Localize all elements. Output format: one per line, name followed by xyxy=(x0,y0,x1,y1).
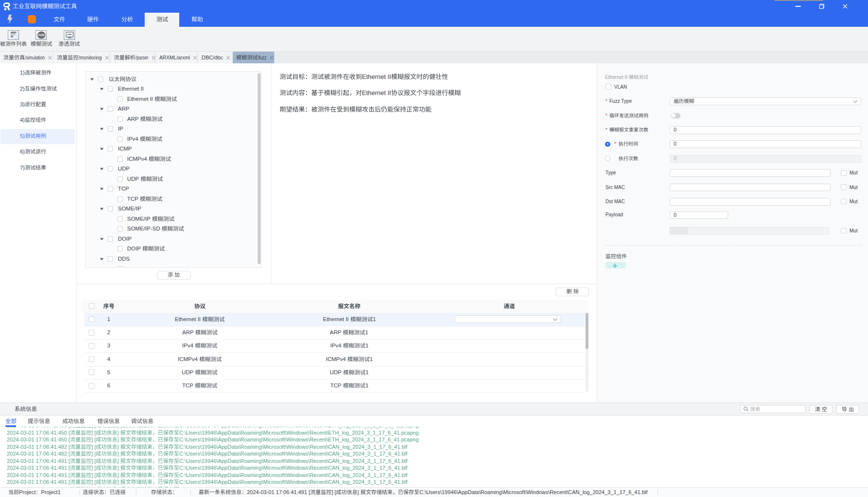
svg-text:DOIP: DOIP xyxy=(118,236,132,242)
svg-text:] [: ] [ xyxy=(92,465,96,471)
svg-text:UDP: UDP xyxy=(127,176,139,182)
svg-text:] [: ] [ xyxy=(92,427,96,428)
svg-text:ICMPv4: ICMPv4 xyxy=(178,356,198,362)
svg-text:] [: ] [ xyxy=(92,451,96,457)
svg-text:VLAN: VLAN xyxy=(614,84,627,89)
svg-text:C:\Users\19946\AppData\Roaming: C:\Users\19946\AppData\Roaming\Microsoft… xyxy=(179,451,408,457)
svg-text:]: ] xyxy=(117,429,119,435)
svg-text:2024-03-01 17:06:41:482 [: 2024-03-01 17:06:41:482 [ xyxy=(7,443,70,449)
svg-text:SOME/IP-SD: SOME/IP-SD xyxy=(127,226,160,232)
svg-text:DOIP: DOIP xyxy=(127,246,141,252)
svg-text:1: 1 xyxy=(107,316,110,322)
svg-text:1: 1 xyxy=(365,383,368,389)
svg-text:C:\Users\19946\AppData\Roaming: C:\Users\19946\AppData\Roaming\Microsoft… xyxy=(179,427,419,428)
svg-text:] [: ] [ xyxy=(92,458,96,464)
svg-text:2024-03-01 17:06:41:491 [: 2024-03-01 17:06:41:491 [ xyxy=(7,465,70,471)
svg-text:]: ] xyxy=(117,479,119,485)
svg-text:Dst MAC: Dst MAC xyxy=(605,199,625,204)
svg-text:SOME/IP: SOME/IP xyxy=(127,216,151,222)
svg-text:ICMP: ICMP xyxy=(118,146,132,152)
svg-text:Src MAC: Src MAC xyxy=(605,185,625,190)
svg-text:1: 1 xyxy=(370,356,373,362)
svg-text:ICMPv4: ICMPv4 xyxy=(127,156,148,162)
svg-text:C:\Users\19946\AppData\Roaming: C:\Users\19946\AppData\Roaming\Microsoft… xyxy=(419,489,648,495)
svg-text:3: 3 xyxy=(107,343,110,349)
svg-text:*: * xyxy=(605,98,607,104)
svg-text:C:\Users\19946\AppData\Roaming: C:\Users\19946\AppData\Roaming\Microsoft… xyxy=(179,437,419,442)
svg-text:Mut: Mut xyxy=(849,228,858,233)
svg-text:TCP: TCP xyxy=(118,186,129,192)
svg-text:Ethernet II: Ethernet II xyxy=(362,73,391,80)
svg-text:ARXML/arxml: ARXML/arxml xyxy=(159,55,190,60)
svg-text:1: 1 xyxy=(373,316,376,322)
svg-text:TCP: TCP xyxy=(127,196,138,202)
svg-text:4: 4 xyxy=(107,356,111,362)
svg-text:2024-03-01 17:06:41:491 [: 2024-03-01 17:06:41:491 [ xyxy=(7,479,70,485)
svg-text:Ethernet II: Ethernet II xyxy=(362,89,391,96)
svg-text:ARP: ARP xyxy=(182,329,194,335)
svg-text:ICMPv4: ICMPv4 xyxy=(326,356,346,362)
svg-text:Mut: Mut xyxy=(849,185,858,190)
svg-text:IPv4: IPv4 xyxy=(182,343,194,349)
svg-text:*: * xyxy=(605,127,607,133)
svg-text:*: * xyxy=(605,113,607,118)
svg-text:]: ] xyxy=(358,489,359,495)
svg-text:Ethernet II: Ethernet II xyxy=(175,316,201,322)
svg-text:ARP: ARP xyxy=(118,106,130,112)
svg-text:1: 1 xyxy=(365,329,368,335)
svg-text:ARP: ARP xyxy=(127,116,139,122)
svg-text:4): 4) xyxy=(20,117,25,123)
svg-text:2024-03-01 17:06:41:450 [: 2024-03-01 17:06:41:450 [ xyxy=(7,437,70,442)
svg-text:TCP: TCP xyxy=(182,383,193,389)
svg-text:Project: Project xyxy=(19,489,36,495)
svg-text:2024-03-01 17:06:41:450 [: 2024-03-01 17:06:41:450 [ xyxy=(7,427,70,428)
svg-text:/monitoring: /monitoring xyxy=(78,55,102,60)
svg-text:] [: ] [ xyxy=(92,443,96,449)
svg-text:2: 2 xyxy=(107,329,110,335)
svg-text:] [: ] [ xyxy=(92,429,96,435)
svg-text:0: 0 xyxy=(674,141,677,147)
svg-text:5: 5 xyxy=(107,369,110,375)
svg-text:C:\Users\19946\AppData\Roaming: C:\Users\19946\AppData\Roaming\Microsoft… xyxy=(179,472,408,478)
svg-text:]: ] xyxy=(117,427,119,428)
svg-text:]: ] xyxy=(117,437,119,442)
svg-text:Ethernet II: Ethernet II xyxy=(127,96,153,102)
svg-text:DBC/dbc: DBC/dbc xyxy=(202,55,224,60)
svg-text:*: * xyxy=(614,141,616,147)
svg-text:] [: ] [ xyxy=(92,479,96,485)
svg-text:/parser: /parser xyxy=(135,55,149,60)
svg-text:Fuzz Type: Fuzz Type xyxy=(609,98,632,104)
svg-text:] [: ] [ xyxy=(332,489,336,495)
svg-text:2024-03-01 17:06:41:482 [: 2024-03-01 17:06:41:482 [ xyxy=(7,451,70,457)
svg-text:C:\Users\19946\AppData\Roaming: C:\Users\19946\AppData\Roaming\Microsoft… xyxy=(179,458,408,464)
svg-text:TCP: TCP xyxy=(330,383,341,389)
svg-text:]: ] xyxy=(117,472,119,478)
svg-text:1: 1 xyxy=(365,343,368,349)
svg-text:FUZZ: FUZZ xyxy=(38,33,44,36)
svg-text:5): 5) xyxy=(20,133,25,139)
svg-text:2024-03-01 17:06:41:491 [: 2024-03-01 17:06:41:491 [ xyxy=(7,472,70,478)
svg-text:0: 0 xyxy=(674,127,677,133)
svg-text:]: ] xyxy=(117,458,119,464)
svg-text:Ethernet II: Ethernet II xyxy=(605,75,627,80)
svg-text:IP: IP xyxy=(118,126,123,132)
svg-text:Mut: Mut xyxy=(849,199,858,204)
svg-text:]: ] xyxy=(117,465,119,471)
svg-text:Payload: Payload xyxy=(605,211,623,217)
svg-text:6: 6 xyxy=(107,383,110,389)
svg-text:6): 6) xyxy=(20,149,25,154)
svg-text:DDS: DDS xyxy=(118,256,130,262)
svg-text:2024-03-01 17:06:41:450 [: 2024-03-01 17:06:41:450 [ xyxy=(7,429,70,435)
svg-text:Ethernet II: Ethernet II xyxy=(323,316,349,322)
svg-text:2): 2) xyxy=(20,86,25,92)
svg-text:UDP: UDP xyxy=(330,369,342,375)
svg-text:IPv4: IPv4 xyxy=(330,343,342,349)
svg-text:7): 7) xyxy=(20,164,25,170)
svg-text:C:\Users\19946\AppData\Roaming: C:\Users\19946\AppData\Roaming\Microsoft… xyxy=(179,443,408,449)
svg-text:ARP: ARP xyxy=(330,329,341,335)
svg-text:]: ] xyxy=(117,451,119,457)
svg-text:Mut: Mut xyxy=(849,170,858,175)
svg-text:1): 1) xyxy=(20,70,25,76)
svg-text:Project1: Project1 xyxy=(41,489,60,495)
svg-text:Ethernet II: Ethernet II xyxy=(118,86,144,92)
